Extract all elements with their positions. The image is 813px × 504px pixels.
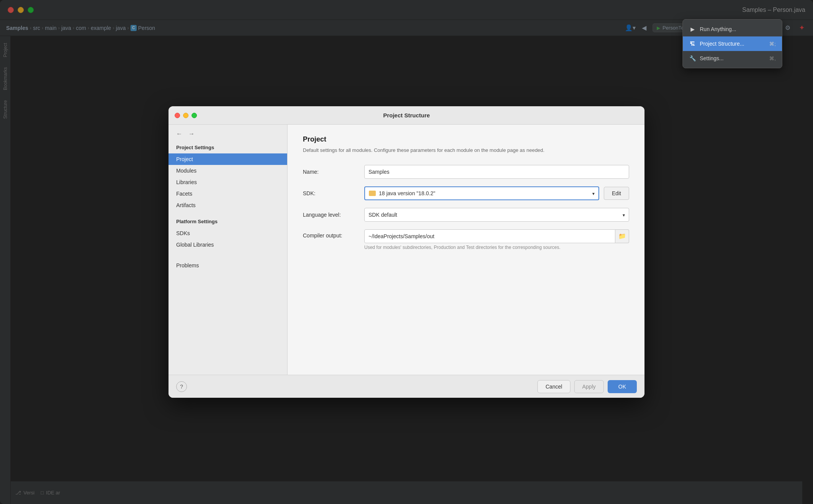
menu-run-anything[interactable]: ▶ Run Anything...: [683, 22, 782, 36]
project-structure-dialog: Project Structure ← → Project Settings P…: [169, 106, 644, 398]
nav-sdks[interactable]: SDKs: [169, 227, 287, 239]
platform-section: Platform Settings SDKs Global Libraries: [169, 217, 287, 250]
sdk-edit-button[interactable]: Edit: [604, 187, 629, 200]
nav-facets[interactable]: Facets: [169, 188, 287, 199]
menu-project-structure[interactable]: 🏗 Project Structure... ⌘;: [683, 36, 782, 51]
apply-button[interactable]: Apply: [574, 380, 604, 393]
dialog-traffic-lights: [175, 113, 197, 118]
sdk-folder-icon: [369, 191, 376, 196]
menu-settings-label: Settings...: [700, 55, 724, 61]
problems-section: Problems: [169, 254, 287, 271]
nav-modules[interactable]: Modules: [169, 165, 287, 176]
settings-shortcut: ⌘,: [769, 56, 776, 61]
dialog-footer: ? Cancel Apply OK: [169, 375, 644, 398]
sdk-label: SDK:: [303, 190, 364, 196]
footer-right: Cancel Apply OK: [537, 380, 637, 393]
menu-run-anything-label: Run Anything...: [700, 26, 736, 32]
project-structure-icon: 🏗: [689, 40, 696, 47]
sdk-row: 18 java version "18.0.2" Edit: [364, 186, 629, 200]
language-control: SDK default: [364, 208, 629, 222]
dialog-title: Project Structure: [383, 112, 430, 119]
nav-forward-arrow[interactable]: →: [187, 129, 196, 138]
name-form-row: Name:: [303, 165, 629, 179]
sdk-select-inner: 18 java version "18.0.2": [369, 190, 435, 196]
run-anything-icon: ▶: [689, 26, 696, 33]
compiler-control: 📁 Used for modules' subdirectories, Prod…: [364, 229, 629, 250]
dialog-content: Project Default settings for all modules…: [288, 125, 644, 375]
nav-libraries[interactable]: Libraries: [169, 176, 287, 188]
nav-arrows: ← →: [169, 129, 287, 143]
compiler-hint: Used for modules' subdirectories, Produc…: [364, 245, 629, 250]
menu-settings[interactable]: 🔧 Settings... ⌘,: [683, 51, 782, 66]
name-label: Name:: [303, 169, 364, 175]
settings-icon: 🔧: [689, 55, 696, 62]
sdk-control: 18 java version "18.0.2" Edit: [364, 186, 629, 200]
dialog-minimize-button[interactable]: [183, 113, 188, 118]
compiler-browse-button[interactable]: 📁: [615, 229, 629, 243]
name-input[interactable]: [364, 165, 629, 179]
sdk-form-row: SDK: 18 java version "18.0.2" Edit: [303, 186, 629, 200]
nav-artifacts[interactable]: Artifacts: [169, 199, 287, 211]
dialog-nav-panel: ← → Project Settings Project Modules Lib…: [169, 125, 288, 375]
name-control: [364, 165, 629, 179]
language-select[interactable]: SDK default: [364, 208, 629, 222]
help-button[interactable]: ?: [176, 381, 187, 392]
nav-project[interactable]: Project: [169, 153, 287, 165]
dialog-body: ← → Project Settings Project Modules Lib…: [169, 125, 644, 375]
project-structure-shortcut: ⌘;: [769, 41, 776, 47]
dropdown-menu: ▶ Run Anything... 🏗 Project Structure...…: [682, 19, 782, 68]
ok-button[interactable]: OK: [608, 380, 637, 393]
nav-back-arrow[interactable]: ←: [175, 129, 184, 138]
nav-problems[interactable]: Problems: [169, 260, 287, 271]
compiler-form-row: Compiler output: 📁 Used for modules' sub…: [303, 229, 629, 250]
compiler-row: 📁: [364, 229, 629, 243]
platform-settings-label: Platform Settings: [169, 217, 287, 227]
language-chevron: [623, 212, 625, 218]
menu-project-structure-label: Project Structure...: [700, 41, 744, 47]
content-description: Default settings for all modules. Config…: [303, 147, 629, 154]
language-form-row: Language level: SDK default: [303, 208, 629, 222]
compiler-input[interactable]: [364, 229, 615, 243]
content-title: Project: [303, 135, 629, 143]
dialog-title-bar: Project Structure: [169, 106, 644, 125]
language-label: Language level:: [303, 212, 364, 218]
project-settings-label: Project Settings: [169, 143, 287, 153]
nav-global-libraries[interactable]: Global Libraries: [169, 239, 287, 250]
language-value: SDK default: [368, 212, 397, 218]
compiler-label: Compiler output:: [303, 232, 364, 239]
modal-overlay: Project Structure ← → Project Settings P…: [0, 0, 813, 504]
sdk-value: 18 java version "18.0.2": [379, 190, 435, 196]
dialog-close-button[interactable]: [175, 113, 180, 118]
sdk-chevron: [592, 190, 595, 196]
cancel-button[interactable]: Cancel: [537, 380, 570, 393]
sdk-select[interactable]: 18 java version "18.0.2": [364, 186, 599, 200]
dialog-maximize-button[interactable]: [192, 113, 197, 118]
